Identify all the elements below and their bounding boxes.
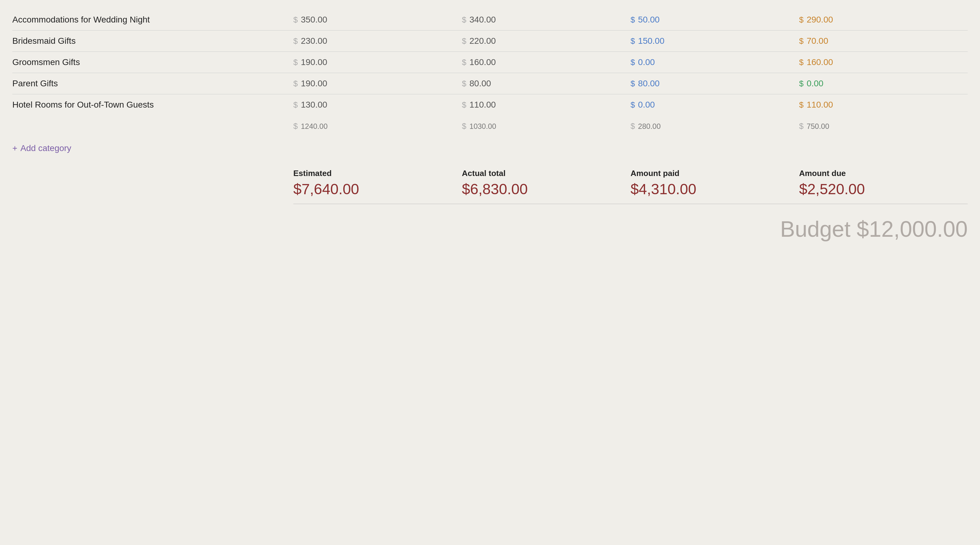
summary-due: Amount due $2,520.00	[799, 169, 968, 198]
totals-row: $ 1240.00 $ 1030.00 $ 280.00 $ 750.00	[12, 116, 968, 136]
estimated-value: 230.00	[301, 36, 327, 46]
actual-label: Actual total	[462, 169, 630, 178]
paid-value: 0.00	[638, 57, 655, 67]
actual-value: $6,830.00	[462, 181, 630, 198]
paid-value: 0.00	[638, 100, 655, 110]
paid-cell: $ 80.00	[630, 79, 799, 88]
dollar-icon: $	[799, 57, 803, 67]
paid-cell: $ 50.00	[630, 15, 799, 25]
dollar-icon: $	[630, 121, 635, 131]
summary-divider	[293, 204, 968, 204]
due-cell: $ 0.00	[799, 79, 968, 88]
paid-value: $4,310.00	[630, 181, 799, 198]
dollar-icon: $	[293, 121, 298, 131]
dollar-icon: $	[630, 57, 635, 67]
actual-cell: $ 340.00	[462, 15, 630, 25]
total-actual: $ 1030.00	[462, 121, 630, 131]
paid-value: 50.00	[638, 15, 660, 25]
due-cell: $ 160.00	[799, 57, 968, 67]
dollar-icon: $	[462, 121, 466, 131]
estimated-value: $7,640.00	[293, 181, 462, 198]
dollar-icon: $	[630, 15, 635, 25]
due-value: 290.00	[807, 15, 833, 25]
dollar-icon: $	[462, 57, 466, 67]
due-label: Amount due	[799, 169, 968, 178]
actual-cell: $ 80.00	[462, 79, 630, 88]
table-row: Hotel Rooms for Out-of-Town Guests $ 130…	[12, 94, 968, 115]
category-name: Accommodations for Wedding Night	[12, 15, 293, 25]
paid-value: 80.00	[638, 79, 660, 88]
add-category-label: Add category	[20, 143, 71, 153]
estimated-value: 130.00	[301, 100, 327, 110]
category-name: Bridesmaid Gifts	[12, 36, 293, 46]
estimated-value: 190.00	[301, 79, 327, 88]
dollar-icon: $	[293, 79, 298, 88]
estimated-label: Estimated	[293, 169, 462, 178]
actual-cell: $ 160.00	[462, 57, 630, 67]
table-row: Groomsmen Gifts $ 190.00 $ 160.00 $ 0.00…	[12, 52, 968, 73]
dollar-icon: $	[462, 100, 466, 110]
dollar-icon: $	[799, 79, 803, 88]
actual-cell: $ 220.00	[462, 36, 630, 46]
due-value: 0.00	[807, 79, 823, 88]
dollar-icon: $	[293, 15, 298, 25]
actual-value: 160.00	[469, 57, 496, 67]
table-row: Accommodations for Wedding Night $ 350.0…	[12, 9, 968, 30]
estimated-value: 190.00	[301, 57, 327, 67]
dollar-icon: $	[799, 15, 803, 25]
paid-cell: $ 0.00	[630, 57, 799, 67]
dollar-icon: $	[799, 37, 803, 46]
table-row: Parent Gifts $ 190.00 $ 80.00 $ 80.00 $ …	[12, 73, 968, 94]
paid-label: Amount paid	[630, 169, 799, 178]
paid-cell: $ 150.00	[630, 36, 799, 46]
due-value: 110.00	[807, 100, 833, 110]
actual-value: 110.00	[469, 100, 496, 110]
total-due: $ 750.00	[799, 121, 968, 131]
category-name: Parent Gifts	[12, 79, 293, 88]
budget-table: Accommodations for Wedding Night $ 350.0…	[12, 9, 968, 136]
due-cell: $ 110.00	[799, 100, 968, 110]
dollar-icon: $	[799, 100, 803, 110]
estimated-cell: $ 130.00	[293, 100, 462, 110]
actual-value: 340.00	[469, 15, 496, 25]
dollar-icon: $	[630, 79, 635, 88]
due-cell: $ 290.00	[799, 15, 968, 25]
table-row: Bridesmaid Gifts $ 230.00 $ 220.00 $ 150…	[12, 30, 968, 52]
summary-estimated: Estimated $7,640.00	[293, 169, 462, 198]
dollar-icon: $	[293, 37, 298, 46]
actual-value: 220.00	[469, 36, 496, 46]
budget-total: Budget $12,000.00	[780, 217, 968, 242]
summary-actual: Actual total $6,830.00	[462, 169, 630, 198]
plus-icon: +	[12, 143, 17, 153]
estimated-cell: $ 350.00	[293, 15, 462, 25]
dollar-icon: $	[799, 121, 803, 131]
estimated-cell: $ 230.00	[293, 36, 462, 46]
estimated-cell: $ 190.00	[293, 79, 462, 88]
dollar-icon: $	[462, 15, 466, 25]
due-value: $2,520.00	[799, 181, 968, 198]
total-paid: $ 280.00	[630, 121, 799, 131]
category-name: Hotel Rooms for Out-of-Town Guests	[12, 100, 293, 110]
dollar-icon: $	[630, 100, 635, 110]
paid-cell: $ 0.00	[630, 100, 799, 110]
category-name: Groomsmen Gifts	[12, 57, 293, 67]
dollar-icon: $	[293, 100, 298, 110]
summary-section: Estimated $7,640.00 Actual total $6,830.…	[12, 163, 968, 201]
due-value: 70.00	[807, 36, 828, 46]
dollar-icon: $	[462, 37, 466, 46]
paid-value: 150.00	[638, 36, 664, 46]
total-estimated: $ 1240.00	[293, 121, 462, 131]
dollar-icon: $	[462, 79, 466, 88]
dollar-icon: $	[293, 57, 298, 67]
dollar-icon: $	[630, 37, 635, 46]
due-value: 160.00	[807, 57, 833, 67]
add-category-button[interactable]: + Add category	[12, 143, 968, 153]
budget-total-row: Budget $12,000.00	[12, 210, 968, 248]
estimated-value: 350.00	[301, 15, 327, 25]
actual-cell: $ 110.00	[462, 100, 630, 110]
estimated-cell: $ 190.00	[293, 57, 462, 67]
due-cell: $ 70.00	[799, 36, 968, 46]
actual-value: 80.00	[469, 79, 491, 88]
summary-paid: Amount paid $4,310.00	[630, 169, 799, 198]
